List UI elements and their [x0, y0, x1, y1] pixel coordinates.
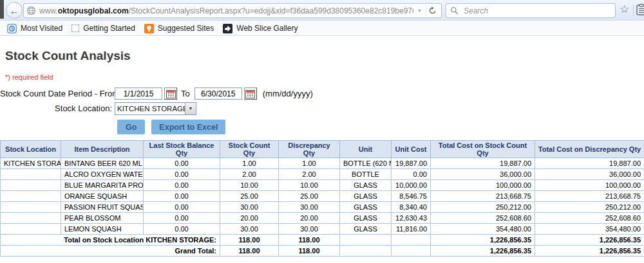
- table-cell: 0.00: [392, 169, 431, 180]
- reload-icon[interactable]: [426, 6, 439, 15]
- web-slice-icon: [223, 24, 232, 33]
- column-header: Unit: [340, 141, 392, 158]
- table-cell: 36,000.00: [431, 169, 535, 180]
- stock-location-select[interactable]: KITCHEN STORAGE ▼: [115, 102, 196, 115]
- url-prefix: www.: [39, 6, 58, 15]
- table-cell: 10,000.00: [392, 180, 431, 191]
- table-cell: [1, 202, 61, 213]
- table-cell: 8,340.40: [392, 202, 431, 213]
- table-cell: 36,000.00: [535, 169, 644, 180]
- table-cell: PEAR BLOSSOM: [61, 213, 144, 224]
- table-header-row: Stock LocationItem DescriptionLast Stock…: [1, 141, 644, 158]
- bookmark-getting-started[interactable]: Getting Started: [67, 23, 140, 34]
- url-history-dropdown-icon[interactable]: ▼: [413, 8, 426, 13]
- bookmarks-menu-icon[interactable]: [636, 4, 644, 17]
- table-cell: 213,668.75: [535, 191, 644, 202]
- required-field-note: *) required field: [5, 73, 644, 81]
- suggested-sites-icon: [144, 24, 154, 33]
- getting-started-icon: [71, 24, 79, 32]
- table-cell: ALCRO OXYGEN WATER: [61, 169, 144, 180]
- table-cell: 20.00: [279, 213, 340, 224]
- table-cell: 10.00: [220, 180, 279, 191]
- table-cell: 0.00: [144, 158, 220, 169]
- page-title: Stock Count Analysis: [5, 49, 644, 63]
- to-label: To: [181, 89, 190, 98]
- table-cell: PASSION FRUIT SQUASH: [61, 202, 144, 213]
- selected-location: KITCHEN STORAGE: [115, 103, 185, 114]
- bookmarks-toolbar: Most Visited Getting Started Suggested S…: [0, 21, 644, 36]
- search-bar[interactable]: [446, 3, 616, 18]
- table-cell: 0.00: [144, 191, 220, 202]
- table-cell: 25.00: [279, 191, 340, 202]
- table-cell: [1, 169, 61, 180]
- url-text: www.oktopusglobal.com/StockCountAnalysis…: [39, 6, 413, 15]
- table-cell: 252,608.60: [431, 213, 535, 224]
- table-cell: 0.00: [144, 213, 220, 224]
- table-cell: BOTTLE (620 ML): [340, 158, 392, 169]
- table-cell: 2.00: [220, 169, 279, 180]
- table-cell: [1, 224, 61, 235]
- footer-cell: 1,226,856.35: [535, 246, 644, 257]
- footer-cell: 1,226,856.35: [431, 246, 535, 257]
- bookmark-suggested-sites[interactable]: Suggested Sites: [140, 23, 218, 35]
- table-cell: 20.00: [220, 213, 279, 224]
- table-row: PASSION FRUIT SQUASH0.0030.0030.00GLASS8…: [1, 202, 644, 213]
- url-domain: oktopusglobal.com: [58, 6, 129, 15]
- footer-cell: 118.00: [279, 235, 340, 246]
- table-cell: [1, 213, 61, 224]
- date-period-label: Stock Count Date Period - From*:: [0, 89, 115, 98]
- table-row: LEMON SQUASH0.0030.0030.00GLASS11,816.00…: [1, 224, 644, 235]
- footer-cell: [392, 246, 431, 257]
- table-cell: 19,887.00: [431, 158, 535, 169]
- table-cell: 30.00: [220, 224, 279, 235]
- column-header: Stock Count Qty: [220, 141, 279, 158]
- table-cell: 0.00: [144, 202, 220, 213]
- export-to-excel-button[interactable]: Export to Excel: [151, 120, 225, 134]
- column-header: Unit Cost: [392, 141, 431, 158]
- search-icon: [450, 6, 459, 15]
- table-cell: [1, 180, 61, 191]
- footer-cell: 118.00: [220, 235, 279, 246]
- table-cell: BOTTLE: [340, 169, 392, 180]
- table-cell: 1.00: [220, 158, 279, 169]
- table-cell: [1, 191, 61, 202]
- column-header: Item Description: [61, 141, 144, 158]
- table-cell: 8,546.75: [392, 191, 431, 202]
- back-button[interactable]: ←: [6, 2, 23, 19]
- address-bar[interactable]: www.oktopusglobal.com/StockCountAnalysis…: [23, 3, 442, 18]
- go-button[interactable]: Go: [117, 120, 145, 134]
- table-cell: 250,212.00: [431, 202, 535, 213]
- url-path: /StockCountAnalysisReport.aspx?u=edojj&x…: [129, 6, 413, 15]
- browser-window: ← www.oktopusglobal.com/StockCountAnalys…: [0, 0, 644, 263]
- search-input[interactable]: [462, 6, 611, 16]
- table-cell: GLASS: [340, 224, 392, 235]
- table-cell: GLASS: [340, 213, 392, 224]
- table-cell: 354,480.00: [535, 224, 644, 235]
- from-date-input[interactable]: [115, 87, 162, 100]
- table-total-row: Grand Total:118.00118.001,226,856.351,22…: [1, 246, 644, 257]
- bookmark-most-visited[interactable]: Most Visited: [3, 23, 67, 35]
- from-calendar-button[interactable]: [164, 87, 177, 100]
- table-cell: 19,887.00: [392, 158, 431, 169]
- table-cell: KITCHEN STORAGE: [1, 158, 61, 169]
- to-date-input[interactable]: [194, 87, 242, 100]
- most-visited-icon: [7, 24, 17, 33]
- table-cell: 100,000.00: [535, 180, 644, 191]
- bookmark-label: Most Visited: [21, 24, 62, 33]
- table-cell: GLASS: [340, 191, 392, 202]
- date-period-row: Stock Count Date Period - From*: To (mm/…: [0, 86, 644, 101]
- to-calendar-button[interactable]: [244, 87, 257, 100]
- table-cell: BLUE MARGARITA PROMO: [61, 180, 144, 191]
- bookmark-label: Web Slice Gallery: [236, 24, 298, 33]
- bookmark-star-icon[interactable]: ☆: [620, 3, 629, 16]
- table-cell: 30.00: [279, 224, 340, 235]
- table-cell: 0.00: [144, 169, 220, 180]
- table-cell: 10.00: [279, 180, 340, 191]
- table-cell: 2.00: [279, 169, 340, 180]
- table-cell: GLASS: [340, 202, 392, 213]
- column-header: Last Stock Balance Qty: [144, 141, 220, 158]
- action-buttons: Go Export to Excel: [117, 120, 644, 134]
- footer-cell: [340, 235, 392, 246]
- bookmark-web-slice-gallery[interactable]: Web Slice Gallery: [218, 23, 302, 35]
- table-row: ORANGE SQUASH0.0025.0025.00GLASS8,546.75…: [1, 191, 644, 202]
